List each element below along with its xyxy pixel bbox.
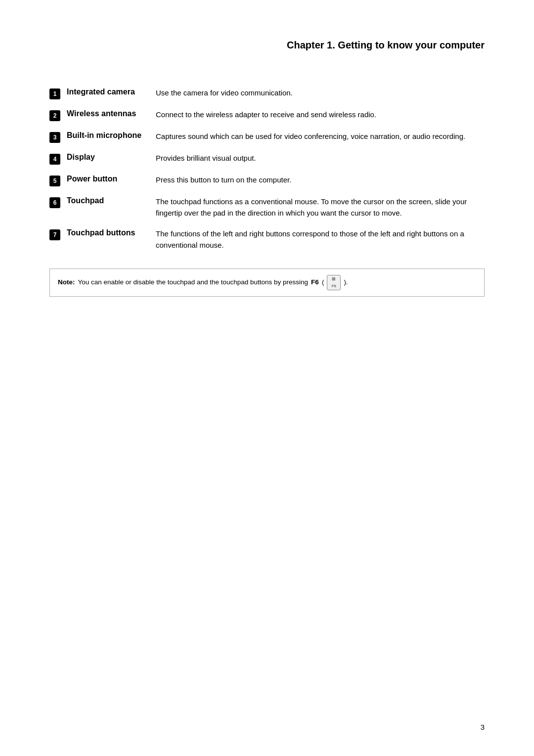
- item-number-cell: 4: [49, 146, 67, 168]
- note-box: Note: You can enable or disable the touc…: [49, 268, 485, 297]
- item-label: Touchpad: [67, 189, 156, 222]
- page-number: 3: [481, 723, 485, 731]
- number-badge: 4: [49, 154, 60, 165]
- item-label: Display: [67, 146, 156, 168]
- number-badge: 5: [49, 176, 60, 186]
- item-description: The functions of the left and right butt…: [156, 222, 485, 254]
- note-paren-open: (: [322, 277, 324, 287]
- item-description: Use the camera for video communication.: [156, 81, 485, 102]
- item-label: Power button: [67, 168, 156, 189]
- items-table: 1Integrated cameraUse the camera for vid…: [49, 81, 485, 254]
- table-row: 5Power buttonPress this button to turn o…: [49, 168, 485, 189]
- note-suffix: ).: [344, 277, 348, 287]
- f6-key-sub: F6: [332, 284, 336, 288]
- number-badge: 6: [49, 197, 60, 208]
- item-number-cell: 2: [49, 102, 67, 124]
- item-label: Touchpad buttons: [67, 222, 156, 254]
- table-row: 6TouchpadThe touchpad functions as a con…: [49, 189, 485, 222]
- item-label: Integrated camera: [67, 81, 156, 102]
- number-badge: 1: [49, 89, 60, 99]
- item-number-cell: 1: [49, 81, 67, 102]
- table-row: 4DisplayProvides brilliant visual output…: [49, 146, 485, 168]
- f6-key-icon: ⊠F6: [332, 276, 336, 289]
- f6-key-badge: ⊠F6: [327, 275, 341, 290]
- item-number-cell: 5: [49, 168, 67, 189]
- item-label: Built-in microphone: [67, 124, 156, 146]
- note-key-label: F6: [311, 277, 319, 287]
- table-row: 1Integrated cameraUse the camera for vid…: [49, 81, 485, 102]
- item-number-cell: 3: [49, 124, 67, 146]
- item-description: Connect to the wireless adapter to recei…: [156, 102, 485, 124]
- table-row: 3Built-in microphoneCaptures sound which…: [49, 124, 485, 146]
- item-description: Captures sound which can be used for vid…: [156, 124, 485, 146]
- table-row: 7Touchpad buttonsThe functions of the le…: [49, 222, 485, 254]
- table-row: 2Wireless antennasConnect to the wireles…: [49, 102, 485, 124]
- chapter-title: Chapter 1. Getting to know your computer: [49, 40, 485, 51]
- number-badge: 3: [49, 132, 60, 143]
- item-label: Wireless antennas: [67, 102, 156, 124]
- number-badge: 7: [49, 229, 60, 240]
- item-description: The touchpad functions as a conventional…: [156, 189, 485, 222]
- number-badge: 2: [49, 110, 60, 121]
- item-description: Provides brilliant visual output.: [156, 146, 485, 168]
- note-text: You can enable or disable the touchpad a…: [78, 277, 309, 287]
- item-number-cell: 6: [49, 189, 67, 222]
- item-number-cell: 7: [49, 222, 67, 254]
- item-description: Press this button to turn on the compute…: [156, 168, 485, 189]
- note-label: Note:: [58, 277, 75, 287]
